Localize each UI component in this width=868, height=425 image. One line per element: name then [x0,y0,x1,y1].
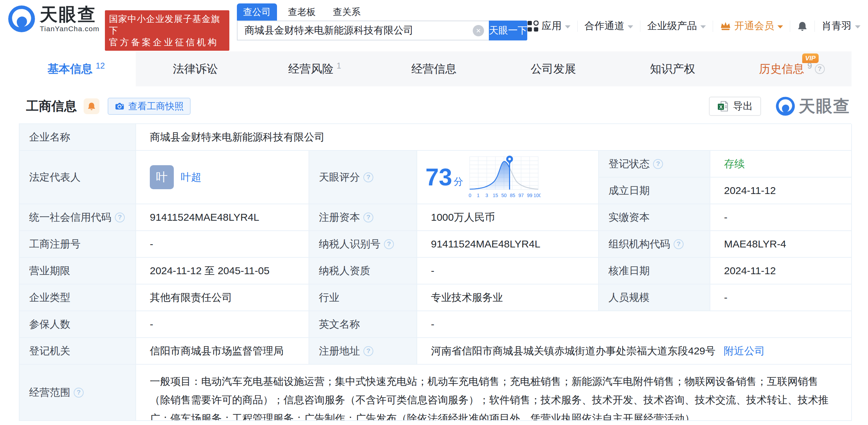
cert-line1: 国家中小企业发展子基金旗下 [109,13,225,36]
help-icon[interactable]: ? [653,159,663,169]
help-icon[interactable]: ? [74,388,84,398]
tab-company-development[interactable]: 公司发展 [494,51,613,86]
tab-legal-label: 法律诉讼 [173,61,218,77]
field-label-reg-capital: 注册资本? [309,204,417,231]
help-icon[interactable]: ? [815,64,825,74]
field-label-company-type: 企业类型 [20,284,136,311]
svg-text:0: 0 [469,193,471,198]
field-value-taxpayer-qualification: - [417,258,599,284]
section-title: 工商信息 [26,98,77,115]
nav-user-name: 肖青羽 [822,19,852,33]
bell-icon [87,102,96,111]
help-icon[interactable]: ? [115,212,125,222]
export-label: 导出 [733,99,753,113]
tab-history-info[interactable]: VIP 历史信息 9 ? [732,51,852,86]
view-snapshot-label: 查看工商快照 [128,100,184,112]
tab-basic-count: 12 [96,61,105,71]
tab-risk[interactable]: 经营风险 1 [255,51,374,86]
field-value-company-name: 商城县金财特来电新能源科技有限公司 [136,124,852,151]
field-value-est-date: 2024-11-12 [710,178,852,204]
help-icon[interactable]: ? [674,239,684,249]
chevron-down-icon [565,25,570,28]
help-icon[interactable]: ? [363,212,373,222]
search-tab-boss[interactable]: 查老板 [282,3,322,21]
legal-rep-link[interactable]: 叶超 [181,170,201,184]
tab-basic-info[interactable]: 基本信息 12 [16,51,136,86]
help-icon[interactable]: ? [363,172,373,182]
field-label-industry: 行业 [309,284,417,311]
divider [577,21,578,32]
tab-development-label: 公司发展 [531,61,576,77]
divider [790,21,790,32]
field-label-reg-address: 注册地址? [309,338,417,365]
field-label-english-name: 英文名称 [309,311,417,338]
field-value-taxpayer-id: 91411524MAE48LYR4L [417,231,599,258]
tab-intellectual-property[interactable]: 知识产权 [613,51,732,86]
score-unit: 分 [454,175,463,188]
field-value-reg-capital: 1000万人民币 [417,204,599,231]
field-label-org-code: 组织机构代码? [599,231,710,258]
field-value-approval-date: 2024-11-12 [710,258,852,284]
divider [815,21,815,32]
field-label-reg-number: 工商注册号 [20,231,136,258]
nearby-companies-link[interactable]: 附近公司 [724,344,765,358]
subscribe-bell-button[interactable] [84,98,99,114]
field-value-org-code: MAE48LYR-4 [710,231,852,258]
field-label-taxpayer-qualification: 纳税人资质 [309,258,417,284]
tab-risk-count: 1 [337,61,341,71]
field-label-staff-size: 人员规模 [599,284,710,311]
view-snapshot-button[interactable]: 查看工商快照 [108,98,191,115]
field-label-paid-capital: 实缴资本 [599,204,710,231]
help-icon[interactable]: ? [363,346,373,356]
chevron-down-icon [855,25,860,28]
field-label-company-name: 企业名称 [20,124,136,151]
field-label-taxpayer-id: 纳税人识别号? [309,231,417,258]
field-value-reg-status: 存续 [710,151,852,178]
legal-rep-avatar[interactable]: 叶 [150,165,174,189]
search-tab-company[interactable]: 查公司 [237,3,277,21]
nav-enterprise-label: 企业级产品 [647,19,697,33]
field-value-staff-size: - [710,284,852,311]
tab-basic-label: 基本信息 [47,61,93,77]
notification-bell-icon[interactable] [797,21,808,32]
svg-text:X: X [719,104,723,110]
field-label-credit-code: 统一社会信用代码? [20,204,136,231]
search-tab-relation[interactable]: 查关系 [327,3,367,21]
search-button[interactable]: 天眼一下 [489,21,527,40]
tianyancha-logo[interactable]: 天眼查 TianYanCha.com [8,5,99,33]
clear-search-icon[interactable]: ✕ [473,25,484,36]
svg-text:50: 50 [501,193,507,198]
export-button[interactable]: X 导出 [709,97,761,116]
crown-icon [720,21,731,31]
tianyancha-watermark: 天眼查 [775,95,850,117]
field-value-reg-address: 河南省信阳市商城县城关镇赤城街道办事处崇福大道东段429号 附近公司 [417,338,852,365]
nav-apps[interactable]: 应用 [527,19,570,33]
chevron-down-icon [777,25,783,28]
nav-partner[interactable]: 合作通道 [584,19,633,33]
section-header: 工商信息 查看工商快照 X 导出 [16,95,852,117]
svg-text:1: 1 [477,193,480,198]
score-distribution-chart: 0 1 3 15 50 85 97 99 100 [468,153,541,201]
top-nav: 应用 合作通道 企业级产品 开通会员 肖青羽 [527,19,860,33]
nav-vip-upgrade[interactable]: 开通会员 [720,19,783,33]
help-icon[interactable]: ? [384,239,394,249]
svg-text:3: 3 [485,193,488,198]
field-value-tyc-score[interactable]: 73 分 [417,151,599,204]
nav-user[interactable]: 肖青羽 [822,19,860,33]
search-area: 查公司 查老板 查关系 ✕ 天眼一下 [237,5,527,40]
apps-grid-icon [527,21,539,32]
logo-title: 天眼查 [40,5,99,24]
search-input[interactable] [237,21,489,40]
score-number: 73 [425,165,452,189]
field-label-reg-status: 登记状态? [599,151,710,178]
nav-enterprise[interactable]: 企业级产品 [647,19,706,33]
field-value-reg-authority: 信阳市商城县市场监督管理局 [136,338,309,365]
tab-legal[interactable]: 法律诉讼 [136,51,255,86]
tab-operating-info[interactable]: 经营信息 [374,51,494,86]
field-value-business-scope: 一般项目：电动汽车充电基础设施运营；集中式快速充电站；机动车充电销售；充电桩销售… [136,365,852,421]
field-value-business-term: 2024-11-12 至 2045-11-05 [136,258,309,284]
field-value-english-name: - [417,311,852,338]
field-label-reg-authority: 登记机关 [20,338,136,365]
nav-vip-label: 开通会员 [734,19,774,33]
cert-line2: 官方备案企业征信机构 [109,36,225,48]
